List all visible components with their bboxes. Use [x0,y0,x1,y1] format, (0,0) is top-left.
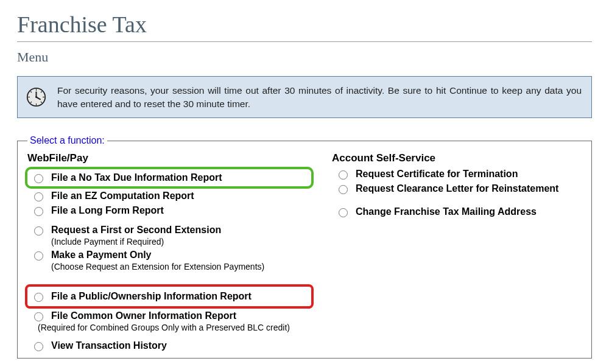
radio-request-certificate-termination[interactable] [339,170,348,180]
svg-point-11 [35,96,37,98]
option-file-ez-computation[interactable]: File an EZ Computation Report [27,189,314,203]
radio-file-public-ownership[interactable] [34,293,43,302]
clock-icon [26,87,46,107]
label-file-long-form: File a Long Form Report [51,205,164,217]
title-divider [17,41,592,42]
option-file-public-ownership[interactable]: File a Public/Ownership Information Repo… [25,284,314,309]
option-file-common-owner[interactable]: File Common Owner Information Report (Re… [27,309,314,334]
label-request-certificate-termination: Request Certificate for Termination [356,168,518,180]
radio-file-long-form[interactable] [34,207,43,216]
radio-change-mailing-address[interactable] [339,208,348,217]
notice-text: For security reasons, your session will … [57,84,582,110]
option-file-long-form[interactable]: File a Long Form Report [27,203,314,218]
radio-file-no-tax-due[interactable] [34,174,43,183]
sublabel-make-payment: (Choose Request an Extension for Extensi… [51,262,264,271]
option-request-certificate-termination[interactable]: Request Certificate for Termination [332,167,582,181]
select-function-fieldset: Select a function: WebFile/Pay File a No… [17,135,592,358]
option-file-no-tax-due[interactable]: File a No Tax Due Information Report [25,167,314,189]
label-file-ez-computation: File an EZ Computation Report [51,190,194,202]
option-change-mailing-address[interactable]: Change Franchise Tax Mailing Address [332,205,582,219]
sublabel-request-extension: (Include Payment if Required) [51,237,221,247]
radio-request-extension[interactable] [34,226,43,236]
page-subtitle: Menu [17,49,592,65]
radio-file-ez-computation[interactable] [34,192,43,201]
label-request-extension: Request a First or Second Extension (Inc… [51,224,221,247]
label-file-common-owner-text: File Common Owner Information Report [51,310,236,321]
webfile-pay-heading: WebFile/Pay [27,152,314,164]
sublabel-file-common-owner: (Required for Combined Groups Only with … [38,323,290,332]
label-make-payment: Make a Payment Only (Choose Request an E… [51,249,264,271]
label-request-extension-text: Request a First or Second Extension [51,225,221,235]
label-request-clearance-letter: Request Clearance Letter for Reinstateme… [356,183,558,195]
account-self-service-heading: Account Self-Service [332,152,582,164]
option-request-clearance-letter[interactable]: Request Clearance Letter for Reinstateme… [332,181,582,196]
radio-file-common-owner[interactable] [34,312,43,321]
label-file-no-tax-due: File a No Tax Due Information Report [51,172,222,184]
webfile-pay-column: WebFile/Pay File a No Tax Due Informatio… [27,152,314,352]
label-make-payment-text: Make a Payment Only [51,250,152,260]
option-view-transaction-history[interactable]: View Transaction History [27,338,314,353]
account-self-service-column: Account Self-Service Request Certificate… [332,152,582,352]
option-make-payment[interactable]: Make a Payment Only (Choose Request an E… [27,248,314,273]
label-file-public-ownership: File a Public/Ownership Information Repo… [51,290,252,303]
radio-request-clearance-letter[interactable] [339,185,348,194]
label-change-mailing-address: Change Franchise Tax Mailing Address [356,206,537,218]
select-function-legend: Select a function: [27,135,107,146]
option-request-extension[interactable]: Request a First or Second Extension (Inc… [27,223,314,248]
page-title: Franchise Tax [17,11,592,38]
radio-make-payment[interactable] [34,251,43,261]
label-file-common-owner: File Common Owner Information Report (Re… [51,310,290,332]
label-view-transaction-history: View Transaction History [51,340,167,352]
session-timeout-notice: For security reasons, your session will … [17,76,592,118]
radio-view-transaction-history[interactable] [34,342,43,351]
